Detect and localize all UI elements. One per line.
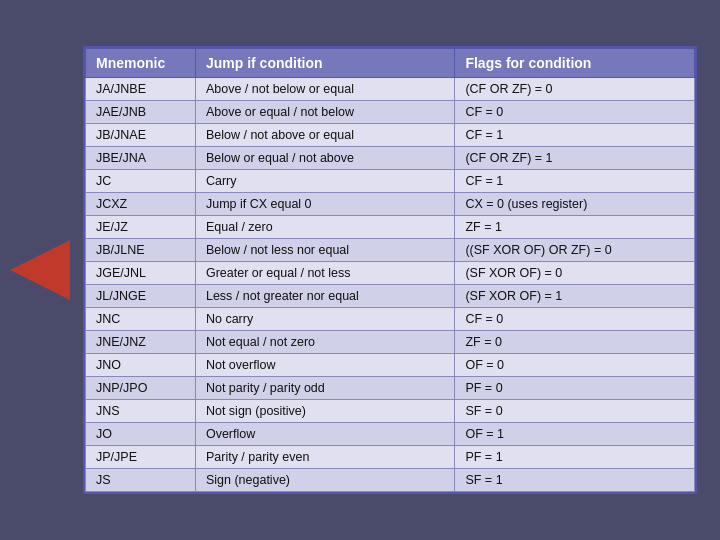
cell-jump: Carry [195, 170, 454, 193]
cell-mnemonic: JO [86, 423, 196, 446]
table-row: JE/JZEqual / zeroZF = 1 [86, 216, 695, 239]
cell-jump: No carry [195, 308, 454, 331]
cell-jump: Overflow [195, 423, 454, 446]
table-row: JNSNot sign (positive)SF = 0 [86, 400, 695, 423]
cell-mnemonic: JA/JNBE [86, 78, 196, 101]
cell-mnemonic: JE/JZ [86, 216, 196, 239]
cell-mnemonic: JGE/JNL [86, 262, 196, 285]
table-row: JB/JNAEBelow / not above or equalCF = 1 [86, 124, 695, 147]
cell-mnemonic: JNC [86, 308, 196, 331]
cell-flags: CF = 1 [455, 170, 695, 193]
cell-jump: Parity / parity even [195, 446, 454, 469]
table-row: JGE/JNLGreater or equal / not less(SF XO… [86, 262, 695, 285]
cell-jump: Below / not less nor equal [195, 239, 454, 262]
cell-jump: Not equal / not zero [195, 331, 454, 354]
header-mnemonic: Mnemonic [86, 49, 196, 78]
cell-jump: Sign (negative) [195, 469, 454, 492]
table-header-row: Mnemonic Jump if condition Flags for con… [86, 49, 695, 78]
cell-jump: Not sign (positive) [195, 400, 454, 423]
cell-mnemonic: JB/JNAE [86, 124, 196, 147]
instruction-table: Mnemonic Jump if condition Flags for con… [85, 48, 695, 492]
table-row: JOOverflowOF = 1 [86, 423, 695, 446]
table-row: JNCNo carryCF = 0 [86, 308, 695, 331]
cell-flags: CX = 0 (uses register) [455, 193, 695, 216]
cell-jump: Greater or equal / not less [195, 262, 454, 285]
cell-mnemonic: JNS [86, 400, 196, 423]
cell-mnemonic: JNE/JNZ [86, 331, 196, 354]
cell-jump: Below / not above or equal [195, 124, 454, 147]
cell-flags: CF = 1 [455, 124, 695, 147]
cell-flags: (SF XOR OF) = 1 [455, 285, 695, 308]
cell-jump: Jump if CX equal 0 [195, 193, 454, 216]
cell-flags: SF = 1 [455, 469, 695, 492]
page-wrapper: Mnemonic Jump if condition Flags for con… [0, 0, 720, 540]
cell-jump: Less / not greater nor equal [195, 285, 454, 308]
cell-mnemonic: JCXZ [86, 193, 196, 216]
cell-mnemonic: JAE/JNB [86, 101, 196, 124]
table-row: JA/JNBEAbove / not below or equal(CF OR … [86, 78, 695, 101]
cell-flags: OF = 1 [455, 423, 695, 446]
cell-mnemonic: JP/JPE [86, 446, 196, 469]
table-row: JSSign (negative)SF = 1 [86, 469, 695, 492]
cell-flags: PF = 1 [455, 446, 695, 469]
table-row: JCCarryCF = 1 [86, 170, 695, 193]
table-row: JBE/JNABelow or equal / not above(CF OR … [86, 147, 695, 170]
cell-mnemonic: JNP/JPO [86, 377, 196, 400]
cell-mnemonic: JC [86, 170, 196, 193]
instruction-table-container: Mnemonic Jump if condition Flags for con… [83, 46, 697, 494]
cell-flags: (CF OR ZF) = 1 [455, 147, 695, 170]
table-row: JNONot overflowOF = 0 [86, 354, 695, 377]
cell-flags: PF = 0 [455, 377, 695, 400]
header-jump: Jump if condition [195, 49, 454, 78]
cell-flags: (CF OR ZF) = 0 [455, 78, 695, 101]
cell-flags: ((SF XOR OF) OR ZF) = 0 [455, 239, 695, 262]
table-row: JCXZJump if CX equal 0CX = 0 (uses regis… [86, 193, 695, 216]
cell-mnemonic: JNO [86, 354, 196, 377]
cell-flags: CF = 0 [455, 308, 695, 331]
cell-flags: OF = 0 [455, 354, 695, 377]
cell-jump: Below or equal / not above [195, 147, 454, 170]
header-flags: Flags for condition [455, 49, 695, 78]
cell-jump: Not overflow [195, 354, 454, 377]
table-body: JA/JNBEAbove / not below or equal(CF OR … [86, 78, 695, 492]
table-row: JAE/JNBAbove or equal / not belowCF = 0 [86, 101, 695, 124]
table-row: JL/JNGELess / not greater nor equal(SF X… [86, 285, 695, 308]
cell-jump: Above or equal / not below [195, 101, 454, 124]
cell-flags: (SF XOR OF) = 0 [455, 262, 695, 285]
cell-flags: ZF = 1 [455, 216, 695, 239]
cell-flags: CF = 0 [455, 101, 695, 124]
cell-jump: Not parity / parity odd [195, 377, 454, 400]
table-row: JP/JPEParity / parity evenPF = 1 [86, 446, 695, 469]
cell-jump: Above / not below or equal [195, 78, 454, 101]
cell-mnemonic: JB/JLNE [86, 239, 196, 262]
table-row: JB/JLNEBelow / not less nor equal((SF XO… [86, 239, 695, 262]
table-row: JNE/JNZNot equal / not zeroZF = 0 [86, 331, 695, 354]
cell-flags: ZF = 0 [455, 331, 695, 354]
cell-mnemonic: JS [86, 469, 196, 492]
cell-jump: Equal / zero [195, 216, 454, 239]
cell-mnemonic: JBE/JNA [86, 147, 196, 170]
table-row: JNP/JPONot parity / parity oddPF = 0 [86, 377, 695, 400]
left-arrow-icon [10, 240, 70, 300]
cell-flags: SF = 0 [455, 400, 695, 423]
cell-mnemonic: JL/JNGE [86, 285, 196, 308]
